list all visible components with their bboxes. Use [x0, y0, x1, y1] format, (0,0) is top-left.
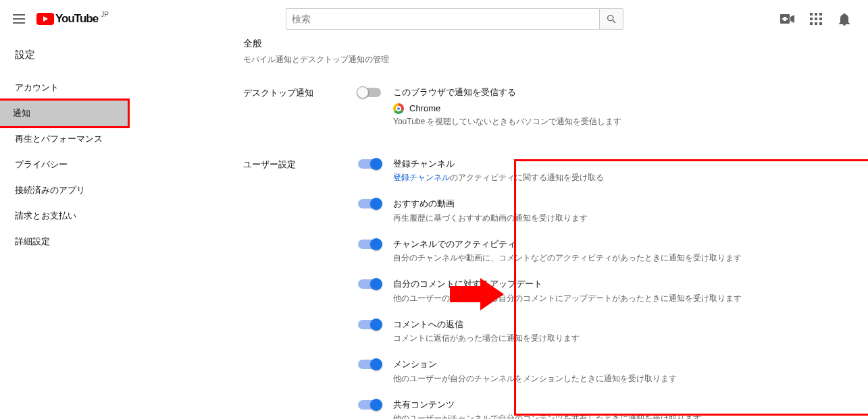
setting-user-5: メンション他のユーザーが自分のチャンネルをメンションしたときに通知を受け取ります: [358, 358, 868, 385]
content: 全般 モバイル通知とデスクトップ通知の管理 デスクトップ通知 このブラウザで通知…: [162, 38, 868, 419]
setting-title: このブラウザで通知を受信する: [393, 86, 622, 99]
svg-rect-12: [815, 18, 817, 20]
svg-marker-5: [790, 15, 794, 23]
svg-rect-13: [819, 18, 822, 20]
setting-user-4: コメントへの返信コメントに返信があった場合に通知を受け取ります: [358, 318, 868, 345]
svg-line-3: [613, 20, 615, 23]
setting-desc: 他のユーザーの動画に対する自分のコメントにアップデートがあったときに通知を受け取…: [393, 292, 742, 304]
setting-text: チャンネルでのアクティビティ自分のチャンネルや動画に、コメントなどのアクティビテ…: [393, 238, 742, 264]
topbar-center: [132, 8, 776, 30]
svg-rect-16: [819, 22, 822, 25]
setting-desc: 登録チャンネルのアクティビティに関する通知を受け取る: [393, 171, 604, 184]
setting-user-6: 共有コンテンツ他のユーザーがチャンネルで自分のコンテンツを共有したときに通知を受…: [358, 398, 868, 420]
setting-desc: コメントに返信があった場合に通知を受け取ります: [393, 332, 580, 344]
row-label-desktop: デスクトップ通知: [243, 86, 358, 141]
browser-line: Chrome: [393, 103, 622, 114]
setting-text: 登録チャンネル登録チャンネルのアクティビティに関する通知を受け取る: [393, 157, 604, 184]
setting-title: チャンネルでのアクティビティ: [393, 238, 742, 251]
sidebar-item-advanced[interactable]: 詳細設定: [0, 229, 162, 254]
locale-superscript: JP: [101, 11, 109, 18]
row-body-desktop: このブラウザで通知を受信する Chrome YouTube を視聴していないとき…: [358, 86, 868, 141]
setting-title: 登録チャンネル: [393, 157, 604, 171]
toggle-user-0[interactable]: [358, 159, 381, 169]
logo-text: YouTube: [55, 12, 98, 26]
menu-icon[interactable]: [11, 11, 27, 27]
apps-icon[interactable]: [809, 11, 823, 26]
toggle-browser-notifications[interactable]: [358, 88, 381, 97]
search-button[interactable]: [599, 8, 623, 30]
setting-title: おすすめの動画: [393, 197, 588, 211]
search-icon: [606, 13, 617, 24]
topbar-right: [776, 11, 857, 26]
sidebar-item-account[interactable]: アカウント: [0, 75, 162, 101]
sidebar-item-label: 通知: [13, 107, 30, 119]
svg-rect-11: [810, 18, 813, 20]
setting-desc: YouTube を視聴していないときもパソコンで通知を受信します: [393, 115, 622, 128]
section-title-general: 全般: [243, 38, 868, 50]
youtube-logo[interactable]: YouTube JP: [36, 12, 107, 26]
topbar: YouTube JP: [0, 0, 868, 38]
setting-user-0: 登録チャンネル登録チャンネルのアクティビティに関する通知を受け取る: [358, 157, 868, 184]
sidebar-heading: 設定: [0, 43, 162, 67]
toggle-user-2[interactable]: [358, 240, 381, 249]
search-wrap: [286, 8, 623, 30]
create-video-icon[interactable]: [780, 11, 795, 26]
sidebar-item-billing[interactable]: 請求とお支払い: [0, 203, 162, 229]
setting-browser-notifications: このブラウザで通知を受信する Chrome YouTube を視聴していないとき…: [358, 86, 868, 128]
setting-user-2: チャンネルでのアクティビティ自分のチャンネルや動画に、コメントなどのアクティビテ…: [358, 238, 868, 264]
toggle-user-5[interactable]: [358, 360, 381, 369]
browser-name: Chrome: [409, 103, 440, 113]
toggle-user-4[interactable]: [358, 320, 381, 329]
toggle-user-3[interactable]: [358, 279, 381, 289]
toggle-user-1[interactable]: [358, 199, 381, 208]
setting-text: 自分のコメントに対するアップデート他のユーザーの動画に対する自分のコメントにアッ…: [393, 277, 742, 304]
setting-text: コメントへの返信コメントに返信があった場合に通知を受け取ります: [393, 318, 580, 345]
toggle-user-6[interactable]: [358, 400, 381, 410]
topbar-left: YouTube JP: [11, 11, 132, 27]
search-input[interactable]: [286, 8, 599, 30]
setting-desc: 自分のチャンネルや動画に、コメントなどのアクティビティがあったときに通知を受け取…: [393, 252, 742, 264]
sidebar-item-connected-apps[interactable]: 接続済みのアプリ: [0, 177, 162, 203]
sidebar-item-label: 再生とパフォーマンス: [15, 133, 103, 145]
sidebar-item-label: 請求とお支払い: [15, 210, 76, 222]
setting-title: コメントへの返信: [393, 318, 580, 331]
sidebar-item-privacy[interactable]: プライバシー: [0, 152, 162, 177]
setting-desc: 他のユーザーが自分のチャンネルをメンションしたときに通知を受け取ります: [393, 372, 677, 385]
svg-rect-14: [810, 22, 813, 25]
sidebar-group: アカウント 通知 再生とパフォーマンス プライバシー 接続済みのアプリ 請求とお…: [0, 75, 162, 254]
main: 設定 アカウント 通知 再生とパフォーマンス プライバシー 接続済みのアプリ 請…: [0, 38, 868, 419]
sidebar: 設定 アカウント 通知 再生とパフォーマンス プライバシー 接続済みのアプリ 請…: [0, 38, 162, 419]
setting-text: メンション他のユーザーが自分のチャンネルをメンションしたときに通知を受け取ります: [393, 358, 677, 385]
setting-text: このブラウザで通知を受信する Chrome YouTube を視聴していないとき…: [393, 86, 622, 128]
setting-text: おすすめの動画再生履歴に基づくおすすめ動画の通知を受け取ります: [393, 197, 588, 224]
svg-point-2: [607, 16, 613, 21]
youtube-play-icon: [36, 13, 54, 25]
setting-title: 共有コンテンツ: [393, 398, 701, 412]
svg-rect-8: [810, 13, 813, 16]
setting-desc: 他のユーザーがチャンネルで自分のコンテンツを共有したときに通知を受け取ります: [393, 412, 701, 419]
sidebar-item-label: プライバシー: [15, 159, 68, 171]
row-desktop-notifications: デスクトップ通知 このブラウザで通知を受信する Chrome YouTube を…: [243, 86, 868, 141]
svg-rect-10: [819, 13, 822, 16]
row-body-user: 登録チャンネル登録チャンネルのアクティビティに関する通知を受け取るおすすめの動画…: [358, 157, 868, 420]
notifications-icon[interactable]: [837, 11, 852, 26]
sidebar-item-label: アカウント: [15, 82, 59, 94]
subscriptions-link[interactable]: 登録チャンネル: [393, 173, 450, 182]
sidebar-item-playback[interactable]: 再生とパフォーマンス: [0, 126, 162, 152]
sidebar-item-label: 詳細設定: [15, 235, 50, 248]
row-user-settings: ユーザー設定 登録チャンネル登録チャンネルのアクティビティに関する通知を受け取る…: [243, 157, 868, 420]
sidebar-item-notifications[interactable]: 通知: [0, 99, 130, 128]
setting-user-1: おすすめの動画再生履歴に基づくおすすめ動画の通知を受け取ります: [358, 197, 868, 224]
svg-rect-9: [815, 13, 817, 16]
sidebar-item-label: 接続済みのアプリ: [15, 184, 85, 196]
section-subtitle-general: モバイル通知とデスクトップ通知の管理: [243, 54, 868, 65]
setting-title: メンション: [393, 358, 677, 371]
setting-title: 自分のコメントに対するアップデート: [393, 277, 742, 291]
svg-rect-15: [815, 22, 817, 25]
setting-user-3: 自分のコメントに対するアップデート他のユーザーの動画に対する自分のコメントにアッ…: [358, 277, 868, 304]
setting-desc: 再生履歴に基づくおすすめ動画の通知を受け取ります: [393, 212, 588, 224]
chrome-icon: [393, 103, 404, 114]
setting-text: 共有コンテンツ他のユーザーがチャンネルで自分のコンテンツを共有したときに通知を受…: [393, 398, 701, 420]
row-label-user: ユーザー設定: [243, 157, 358, 420]
svg-rect-7: [782, 18, 788, 20]
